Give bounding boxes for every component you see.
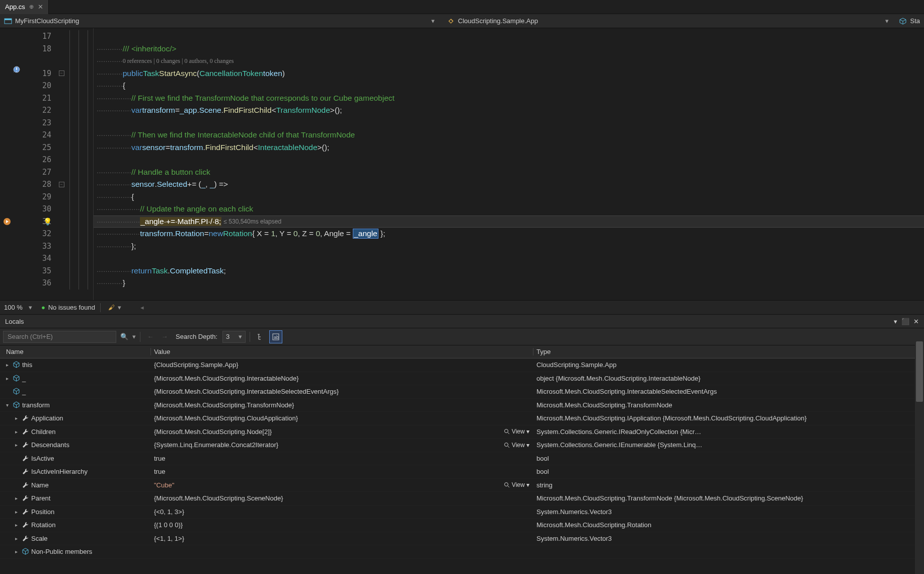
expander-icon[interactable]: ▸ — [13, 536, 19, 541]
row-name: Rotation — [31, 521, 55, 529]
row-type: object {Microsoft.Mesh.CloudScripting.In… — [533, 375, 924, 382]
right-context: Sta — [910, 17, 920, 25]
row-value: {(1 0 0 0)} — [154, 521, 183, 529]
pin-icon[interactable]: ⬛ — [901, 318, 909, 325]
locals-row[interactable]: IsActivetruebool — [0, 452, 924, 466]
row-type: CloudScripting.Sample.App — [533, 361, 924, 369]
column-type[interactable]: Type — [533, 348, 924, 355]
row-value: true — [154, 468, 165, 475]
locals-grid-body[interactable]: ▸this{CloudScripting.Sample.App}CloudScr… — [0, 358, 924, 559]
row-type: System.Numerics.Vector3 — [533, 535, 924, 542]
chevron-down-icon[interactable]: ▾ — [118, 304, 121, 311]
locals-row[interactable]: _{Microsoft.Mesh.CloudScripting.Interact… — [0, 385, 924, 399]
locals-row[interactable]: Name"Cube" View ▾string — [0, 479, 924, 492]
locals-row[interactable]: ▸Position{<0, 1, 3>}System.Numerics.Vect… — [0, 506, 924, 519]
nav-forward-icon[interactable]: → — [159, 331, 171, 343]
expander-icon[interactable]: ▸ — [4, 376, 10, 381]
expander-icon[interactable]: ▸ — [13, 549, 19, 554]
row-name: Children — [31, 428, 55, 436]
tree-toggle-icon[interactable] — [254, 330, 267, 343]
svg-text:ab: ab — [274, 335, 279, 340]
expander-icon[interactable]: ▾ — [4, 402, 10, 408]
row-name: Name — [31, 481, 49, 489]
scrollbar-thumb[interactable] — [916, 341, 923, 402]
highlight-toggle-icon[interactable]: ab — [269, 330, 282, 343]
chevron-down-icon[interactable]: ▾ — [29, 304, 32, 311]
search-icon[interactable]: 🔍 — [118, 331, 130, 343]
code-area[interactable]: ············/// <inheritdoc/>···········… — [94, 28, 924, 300]
cube-icon — [12, 374, 20, 382]
close-icon[interactable]: ✕ — [913, 318, 919, 325]
locals-row[interactable]: IsActiveInHierarchytruebool — [0, 465, 924, 479]
fold-column: −− — [55, 28, 67, 300]
project-name[interactable]: MyFirstCloudScripting — [15, 17, 79, 25]
cube-icon — [12, 388, 20, 396]
row-value: {Microsoft.Mesh.CloudScripting.Transform… — [154, 401, 294, 409]
row-name: IsActive — [31, 455, 54, 462]
locals-row[interactable]: ▸Children{Microsoft.Mesh.CloudScripting.… — [0, 425, 924, 439]
dropdown-icon[interactable]: ▾ — [894, 318, 897, 325]
search-depth-combo[interactable]: 3▾ — [222, 331, 246, 343]
context-name[interactable]: CloudScripting.Sample.App — [458, 17, 538, 25]
locals-row[interactable]: ▸this{CloudScripting.Sample.App}CloudScr… — [0, 358, 924, 372]
row-type: System.Collections.Generic.IReadOnlyColl… — [533, 428, 924, 436]
pin-icon[interactable]: ⊕ — [29, 4, 34, 10]
row-type: Microsoft.Mesh.CloudScripting.Interactab… — [533, 388, 924, 395]
locals-row[interactable]: ▾transform{Microsoft.Mesh.CloudScripting… — [0, 399, 924, 412]
arrow-left-icon[interactable]: ◂ — [136, 302, 148, 314]
row-value: {CloudScripting.Sample.App} — [154, 361, 239, 369]
document-tab[interactable]: App.cs ⊕ ✕ — [0, 0, 49, 14]
row-value: {Microsoft.Mesh.CloudScripting.SceneNode… — [154, 494, 283, 502]
wrench-icon — [21, 441, 29, 449]
nav-back-icon[interactable]: ← — [144, 331, 157, 343]
view-visualizer[interactable]: View ▾ — [504, 481, 529, 488]
cube-icon — [12, 401, 20, 409]
locals-row[interactable]: ▸Scale{<1, 1, 1>}System.Numerics.Vector3 — [0, 532, 924, 546]
locals-row[interactable]: ▸Non-Public members — [0, 545, 924, 559]
expander-icon[interactable]: ▸ — [13, 495, 19, 501]
issues-text[interactable]: No issues found — [48, 304, 95, 311]
row-name: transform — [22, 401, 50, 409]
wrench-icon — [21, 454, 29, 462]
expander-icon[interactable]: ▸ — [13, 509, 19, 515]
locals-row[interactable]: ▸Application{Microsoft.Mesh.CloudScripti… — [0, 412, 924, 425]
row-name: IsActiveInHierarchy — [31, 468, 88, 475]
column-value[interactable]: Value — [151, 348, 533, 355]
close-icon[interactable]: ✕ — [38, 3, 43, 11]
indent-guides — [67, 28, 94, 300]
row-value: {<1, 1, 1>} — [154, 535, 184, 542]
row-value: {Microsoft.Mesh.CloudScripting.Interacta… — [154, 388, 339, 395]
expander-icon[interactable]: ▸ — [13, 429, 19, 435]
chevron-down-icon[interactable]: ▾ — [885, 17, 893, 25]
search-input[interactable]: Search (Ctrl+E) — [3, 331, 116, 343]
document-tab-bar: App.cs ⊕ ✕ — [0, 0, 924, 14]
check-icon: ● — [41, 304, 45, 311]
locals-row[interactable]: ▸_{Microsoft.Mesh.CloudScripting.Interac… — [0, 372, 924, 386]
project-icon — [4, 17, 12, 25]
wrench-icon — [21, 414, 29, 422]
code-editor[interactable]: 1718↑192021222324252627282930💡3132333435… — [0, 28, 924, 300]
locals-row[interactable]: ▸Parent{Microsoft.Mesh.CloudScripting.Sc… — [0, 492, 924, 506]
expander-icon[interactable]: ▸ — [13, 415, 19, 421]
editor-status-bar: 100 % ▾ ● No issues found 🖌 ▾ ◂ — [0, 300, 924, 314]
row-type: Microsoft.Mesh.CloudScripting.TransformN… — [533, 401, 924, 409]
brush-icon[interactable]: 🖌 — [106, 302, 118, 314]
view-visualizer[interactable]: View ▾ — [504, 442, 529, 449]
row-name: this — [22, 361, 32, 369]
expander-icon[interactable]: ▸ — [4, 362, 10, 368]
expander-icon[interactable]: ▸ — [13, 442, 19, 448]
expander-icon[interactable]: ▸ — [13, 522, 19, 528]
column-name[interactable]: Name — [0, 348, 151, 355]
zoom-level[interactable]: 100 % — [4, 304, 23, 311]
chevron-down-icon[interactable]: ▾ — [431, 17, 439, 25]
locals-row[interactable]: ▸Rotation{(1 0 0 0)}Microsoft.Mesh.Cloud… — [0, 519, 924, 532]
row-name: Descendants — [31, 441, 69, 449]
scrollbar[interactable] — [915, 341, 924, 574]
row-value: true — [154, 455, 165, 462]
row-name: _ — [22, 388, 26, 395]
view-visualizer[interactable]: View ▾ — [504, 428, 529, 435]
chevron-down-icon[interactable]: ▾ — [132, 333, 136, 340]
wrench-icon — [21, 481, 29, 489]
row-value: {Microsoft.Mesh.CloudScripting.Interacta… — [154, 375, 299, 382]
locals-row[interactable]: ▸Descendants{System.Linq.Enumerable.Conc… — [0, 439, 924, 452]
